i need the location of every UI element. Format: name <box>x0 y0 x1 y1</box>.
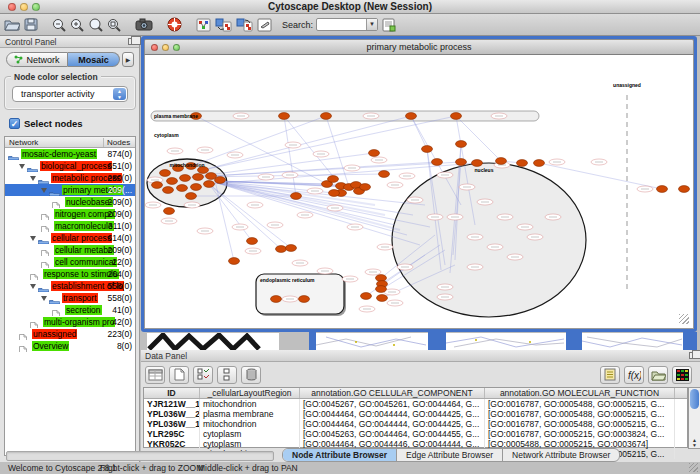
tab-edge-attribute-browser[interactable]: Edge Attribute Browser <box>397 449 503 461</box>
disclosure-triangle-icon[interactable] <box>41 296 47 301</box>
network-node[interactable] <box>679 186 690 193</box>
network-graph[interactable]: plasma membranecytoplasmmitochondrionnuc… <box>145 55 693 327</box>
camera-icon[interactable] <box>135 16 153 34</box>
network-node[interactable] <box>432 159 443 166</box>
network-node[interactable] <box>163 187 174 194</box>
zoom-in-icon[interactable] <box>70 16 84 34</box>
float-panel-icon[interactable] <box>128 38 136 45</box>
tree-row-nucleobase-[interactable]: nucleobase-209(0) <box>5 196 135 208</box>
attribute-checklist-icon[interactable] <box>193 366 213 384</box>
zoom-fit-icon[interactable] <box>107 16 121 34</box>
network-node[interactable] <box>204 181 215 188</box>
network-node[interactable] <box>291 193 302 200</box>
tree-row-transport[interactable]: transport558(0) <box>5 292 135 304</box>
network-node[interactable] <box>191 184 202 191</box>
tree-row-macromolecule[interactable]: macromolecule311(0) <box>5 220 135 232</box>
tree-row-cellular-process[interactable]: cellular process614(0) <box>5 232 135 244</box>
tree-row-unassigned[interactable]: unassigned223(0) <box>5 328 135 340</box>
tab-overflow-button[interactable]: ▶ <box>122 52 134 67</box>
network-node[interactable] <box>377 295 388 302</box>
network-overview-icon[interactable] <box>196 16 211 34</box>
attribute-pair-icon[interactable] <box>217 366 237 384</box>
network-node[interactable] <box>247 238 258 245</box>
col-header-cellular-component[interactable]: annotation.GO CELLULAR_COMPONENT <box>300 388 485 398</box>
tree-row-mosaic-demo-yeast[interactable]: mosaic-demo-yeast874(0) <box>5 148 135 160</box>
network-node[interactable] <box>167 178 178 185</box>
tab-node-attribute-browser[interactable]: Node Attribute Browser <box>283 449 397 461</box>
network-node[interactable] <box>180 175 191 182</box>
table-cell[interactable]: cytoplasm <box>200 429 300 439</box>
table-row-YPL036W__1[interactable]: YPL036W__1mitochondrion[GO:0044464, GO:0… <box>144 419 687 429</box>
zoom-traffic-light[interactable] <box>32 3 40 11</box>
network-node[interactable] <box>406 113 417 120</box>
table-cell[interactable]: YPL036W__1 <box>144 419 200 429</box>
tab-network[interactable]: Network <box>6 52 68 67</box>
network-resize-grip[interactable] <box>679 314 689 324</box>
tree-row-response-to-stimulu[interactable]: response to stimulu264(0) <box>5 268 135 280</box>
select-nodes-checkbox[interactable]: ✓ <box>9 118 20 129</box>
notes-icon[interactable] <box>600 366 620 384</box>
disclosure-triangle-icon[interactable] <box>30 236 36 241</box>
search-dropdown-arrow[interactable]: ▼ <box>366 19 377 30</box>
import-table-icon[interactable] <box>382 16 396 34</box>
network-node[interactable] <box>517 160 528 167</box>
formula-fx-icon[interactable]: f(x) <box>624 366 644 384</box>
search-input[interactable]: ▼ <box>316 18 378 31</box>
table-cell[interactable]: [GO:0044464, GO:0044444, GO:0044425, G..… <box>300 409 485 419</box>
tree-row-metabolic-process[interactable]: metabolic process280(0) <box>5 172 135 184</box>
network-window-titlebar[interactable]: primary metabolic process <box>144 39 694 55</box>
network-close-traffic-light[interactable] <box>151 44 158 51</box>
tree-col-nodes[interactable]: Nodes <box>103 138 130 147</box>
help-lifering-icon[interactable] <box>167 16 182 34</box>
table-cell[interactable]: [GO:0016787, GO:0005488, GO:0005215, G..… <box>485 419 675 429</box>
unhide-all-icon[interactable] <box>236 16 253 34</box>
table-row-YLR295C[interactable]: YLR295Ccytoplasm[GO:0045263, GO:0044464,… <box>144 429 687 439</box>
table-cell[interactable]: YLR295C <box>144 429 200 439</box>
float-panel-icon[interactable] <box>689 352 697 359</box>
network-node[interactable] <box>271 296 282 303</box>
network-node[interactable] <box>361 293 372 300</box>
network-node[interactable] <box>456 159 467 166</box>
tree-row-primary-metabo[interactable]: primary metabo209(... <box>5 184 135 196</box>
network-node[interactable] <box>496 158 507 165</box>
network-node[interactable] <box>456 141 467 148</box>
network-node[interactable] <box>229 258 240 265</box>
create-attribute-icon[interactable] <box>169 366 189 384</box>
tree-row-secretion[interactable]: secretion41(0) <box>5 304 135 316</box>
save-icon[interactable] <box>24 16 38 34</box>
tree-row-nitrogen-compo[interactable]: nitrogen compo209(0) <box>5 208 135 220</box>
tab-mosaic[interactable]: Mosaic <box>68 52 120 67</box>
disclosure-triangle-icon[interactable] <box>19 164 25 169</box>
import-folder-icon[interactable] <box>648 366 668 384</box>
table-cell[interactable]: plasma membrane <box>200 409 300 419</box>
tree-row-overview[interactable]: Overview8(0) <box>5 340 135 352</box>
scrollbar-arrows[interactable]: ▲▼ <box>689 438 700 448</box>
network-node[interactable] <box>328 176 339 183</box>
table-cell[interactable]: [GO:0045263, GO:0044464, GO:0044455, G..… <box>300 429 485 439</box>
minimize-traffic-light[interactable] <box>20 3 28 11</box>
tree-col-network[interactable]: Network <box>9 138 38 147</box>
annotation-icon[interactable] <box>257 16 272 34</box>
app-resize-grip[interactable] <box>689 463 698 472</box>
disclosure-triangle-icon[interactable] <box>30 284 36 289</box>
hide-selected-icon[interactable] <box>215 16 232 34</box>
delete-attribute-icon[interactable] <box>241 366 261 384</box>
table-row-YPL036W__2[interactable]: YPL036W__2plasma membrane[GO:0044464, GO… <box>144 409 687 419</box>
open-file-icon[interactable] <box>4 16 20 34</box>
network-node[interactable] <box>276 246 287 253</box>
col-header-region[interactable]: _cellularLayoutRegion <box>200 388 300 398</box>
network-minimize-traffic-light[interactable] <box>162 44 169 51</box>
network-node[interactable] <box>369 150 380 157</box>
disclosure-triangle-icon[interactable] <box>41 188 47 193</box>
background-window-fragment[interactable] <box>316 332 428 350</box>
table-cell[interactable]: [GO:0016787, GO:0005215, GO:0003824, G..… <box>485 429 675 439</box>
network-node[interactable] <box>299 296 310 303</box>
table-cell[interactable]: YPL036W__2 <box>144 409 200 419</box>
network-node[interactable] <box>215 177 226 184</box>
col-header-molecular-function[interactable]: annotation.GO MOLECULAR_FUNCTION <box>485 388 675 398</box>
table-scrollbar[interactable]: ▲▼ <box>688 387 700 449</box>
disclosure-triangle-icon[interactable] <box>30 176 36 181</box>
table-cell[interactable]: [GO:0016787, GO:0005488, GO:0005215, G..… <box>485 399 675 409</box>
network-canvas[interactable]: plasma membranecytoplasmmitochondrionnuc… <box>144 55 694 329</box>
network-node[interactable] <box>152 182 163 189</box>
